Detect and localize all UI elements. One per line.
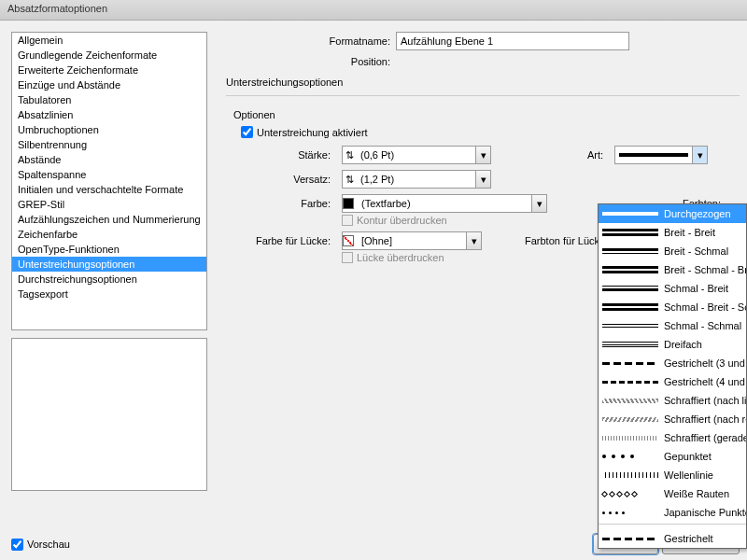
chevron-down-icon: ▾ — [475, 171, 490, 188]
stroke-type-option[interactable]: Gestrichelt (3 und 2) — [599, 354, 746, 372]
sidebar-item[interactable]: Spaltenspanne — [12, 167, 206, 182]
sidebar-item[interactable]: Abstände — [12, 152, 206, 167]
stroke-type-option[interactable]: Weiße Rauten — [599, 484, 746, 503]
sidebar-item[interactable]: Allgemein — [12, 33, 206, 48]
sidebar-item[interactable]: Tabulatoren — [12, 92, 206, 107]
stroke-type-option[interactable]: Schmal - Breit — [599, 279, 746, 298]
stroke-type-option[interactable]: Durchgezogen — [599, 204, 746, 223]
stroke-type-option[interactable]: Breit - Schmal - Breit — [599, 260, 746, 279]
offset-label: Versatz: — [233, 174, 336, 185]
preview-checkbox[interactable]: Vorschau — [11, 539, 70, 551]
color-combo[interactable]: (Textfarbe) ▾ — [342, 194, 547, 213]
dialog-content: AllgemeinGrundlegende ZeichenformateErwe… — [0, 21, 747, 560]
chevron-down-icon: ▾ — [692, 147, 707, 163]
formatname-label: Formatname: — [226, 35, 396, 47]
sidebar-item[interactable]: Tagsexport — [12, 287, 206, 301]
weight-label: Stärke: — [233, 149, 336, 161]
category-sidebar[interactable]: AllgemeinGrundlegende ZeichenformateErwe… — [11, 32, 207, 330]
sidebar-item[interactable]: Initialen und verschachtelte Formate — [12, 182, 206, 197]
enable-underline-checkbox[interactable]: Unterstreichung aktiviert — [241, 126, 740, 138]
chevron-down-icon: ▾ — [475, 147, 490, 163]
stroke-type-option[interactable]: Schraffiert (nach links geneigt) — [599, 391, 746, 410]
window-titlebar: Absatzformatoptionen — [0, 0, 747, 21]
type-combo[interactable]: ▾ — [614, 146, 708, 164]
weight-combo[interactable]: ⇅ (0,6 Pt) ▾ — [342, 146, 491, 164]
section-title: Unterstreichungsoptionen — [226, 77, 740, 88]
position-label: Position: — [226, 56, 396, 67]
stroke-type-option[interactable]: Breit - Breit — [599, 223, 746, 242]
sidebar-item[interactable]: Absatzlinien — [12, 107, 206, 122]
sidebar-item[interactable]: Zeichenfarbe — [12, 227, 206, 242]
stroke-type-dropdown[interactable]: DurchgezogenBreit - BreitBreit - SchmalB… — [598, 203, 747, 549]
stroke-type-option[interactable]: Breit - Schmal — [599, 242, 746, 260]
sidebar-item[interactable]: Erweiterte Zeichenformate — [12, 63, 206, 77]
sidebar-item[interactable]: Grundlegende Zeichenformate — [12, 48, 206, 63]
sidebar-item[interactable]: Einzüge und Abstände — [12, 77, 206, 92]
stroke-type-option[interactable]: Dreifach — [599, 335, 746, 354]
sidebar-item[interactable]: Durchstreichungsoptionen — [12, 272, 206, 287]
window-title: Absatzformatoptionen — [7, 3, 107, 14]
stroke-type-option[interactable]: Gestrichelt (4 und 4) — [599, 372, 746, 391]
gap-color-combo[interactable]: [Ohne] ▾ — [342, 231, 482, 250]
options-label: Optionen — [233, 109, 740, 120]
link-icon: ⇅ — [343, 149, 357, 161]
stroke-type-option[interactable]: Schmal - Breit - Schmal — [599, 298, 746, 316]
sidebar-item[interactable]: OpenType-Funktionen — [12, 242, 206, 257]
chevron-down-icon: ▾ — [531, 195, 546, 212]
stroke-type-option[interactable]: Wellenlinie — [599, 466, 746, 484]
stroke-type-option[interactable]: Schraffiert (nach rechts geneigt) — [599, 410, 746, 428]
stroke-type-option[interactable]: Schmal - Schmal — [599, 316, 746, 335]
sidebar-item[interactable]: Aufzählungszeichen und Nummerierung — [12, 212, 206, 227]
sidebar-item[interactable]: GREP-Stil — [12, 197, 206, 212]
stroke-type-option[interactable]: Schraffiert (gerade) — [599, 428, 746, 447]
chevron-down-icon: ▾ — [466, 232, 481, 249]
link-icon: ⇅ — [343, 174, 357, 186]
preview-box — [11, 338, 207, 491]
stroke-type-option[interactable]: Japanische Punkte — [599, 503, 746, 522]
none-swatch — [343, 235, 354, 246]
gap-color-label: Farbe für Lücke: — [233, 235, 336, 246]
offset-combo[interactable]: ⇅ (1,2 Pt) ▾ — [342, 170, 491, 189]
sidebar-item[interactable]: Silbentrennung — [12, 137, 206, 152]
color-swatch — [343, 198, 354, 209]
stroke-type-option[interactable]: Gepunktet — [599, 447, 746, 466]
sidebar-item[interactable]: Unterstreichungsoptionen — [12, 257, 206, 272]
sidebar-item[interactable]: Umbruchoptionen — [12, 122, 206, 137]
type-label: Art: — [497, 149, 609, 161]
formatname-input[interactable] — [396, 32, 629, 50]
color-label: Farbe: — [233, 198, 336, 209]
stroke-type-option[interactable]: Gestrichelt — [599, 529, 746, 548]
